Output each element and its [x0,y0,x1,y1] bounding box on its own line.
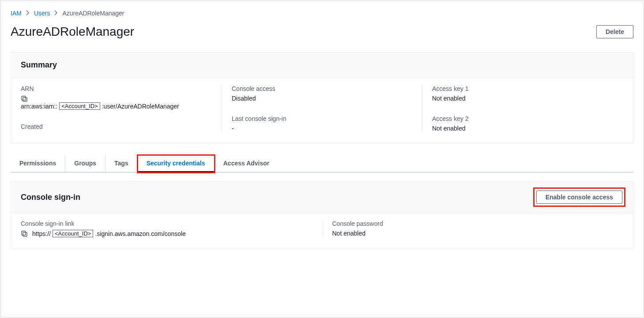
svg-rect-3 [22,231,26,235]
delete-button[interactable]: Delete [596,25,633,38]
console-signin-panel: Console sign-in Enable console access Co… [11,181,633,248]
enable-console-access-highlight: Enable console access [535,190,623,205]
account-id-placeholder: <Account_ID> [53,230,93,237]
page-title: AzureADRoleManager [11,25,134,39]
account-id-placeholder: <Account_ID> [59,102,100,110]
arn-label: ARN [21,85,212,92]
access-key1-label: Access key 1 [432,85,614,92]
enable-console-access-button[interactable]: Enable console access [536,191,622,204]
console-signin-header: Console sign-in Enable console access [11,182,633,213]
arn-value: arn:aws:iam:: <Account_ID> :user/AzureAD… [21,102,212,110]
chevron-right-icon [54,10,58,17]
created-label: Created [21,123,212,130]
summary-panel-header: Summary [11,52,633,78]
summary-heading: Summary [21,60,57,70]
tab-access-advisor[interactable]: Access Advisor [215,155,279,172]
copy-icon[interactable] [21,95,28,102]
svg-rect-1 [22,96,26,100]
tab-groups[interactable]: Groups [65,155,105,172]
tabs: Permissions Groups Tags Security credent… [11,155,633,172]
console-password-value: Not enabled [332,230,366,237]
breadcrumb: IAM Users AzureADRoleManager [11,10,633,17]
summary-panel: Summary ARN arn:aws:iam:: <A [11,52,633,144]
tab-security-credentials[interactable]: Security credentials [138,155,215,172]
breadcrumb-current: AzureADRoleManager [62,10,124,17]
svg-rect-2 [23,232,27,236]
access-key1-value: Not enabled [432,95,466,102]
console-signin-heading: Console sign-in [21,193,80,202]
console-password-section: Console password Not enabled [322,220,624,237]
svg-rect-0 [23,97,27,101]
tab-tags[interactable]: Tags [105,155,138,172]
access-key2-label: Access key 2 [432,115,614,122]
summary-col-right: Access key 1 Not enabled Access key 2 No… [422,85,623,133]
summary-col-left: ARN arn:aws:iam:: <Account_ID> :user/Azu… [21,85,222,133]
console-access-value: Disabled [232,95,256,102]
chevron-right-icon [26,10,30,17]
breadcrumb-iam-link[interactable]: IAM [11,10,22,17]
last-signin-value: - [232,125,234,132]
last-signin-label: Last console sign-in [232,115,412,122]
access-key2-value: Not enabled [432,125,466,132]
console-access-label: Console access [232,85,412,92]
title-row: AzureADRoleManager Delete [11,25,633,39]
console-signin-link-section: Console sign-in link https:// <Account_I… [21,220,322,237]
copy-icon[interactable] [21,230,28,237]
console-signin-link-value: https:// <Account_ID> .signin.aws.amazon… [21,230,322,237]
tab-permissions[interactable]: Permissions [11,155,65,172]
iam-user-detail-page: IAM Users AzureADRoleManager AzureADRole… [0,0,644,318]
summary-panel-body: ARN arn:aws:iam:: <Account_ID> :user/Azu… [11,78,633,143]
summary-col-mid: Console access Disabled Last console sig… [222,85,422,133]
console-signin-body: Console sign-in link https:// <Account_I… [11,213,633,248]
console-password-label: Console password [332,220,624,227]
breadcrumb-users-link[interactable]: Users [34,10,50,17]
console-signin-link-label: Console sign-in link [21,220,322,227]
